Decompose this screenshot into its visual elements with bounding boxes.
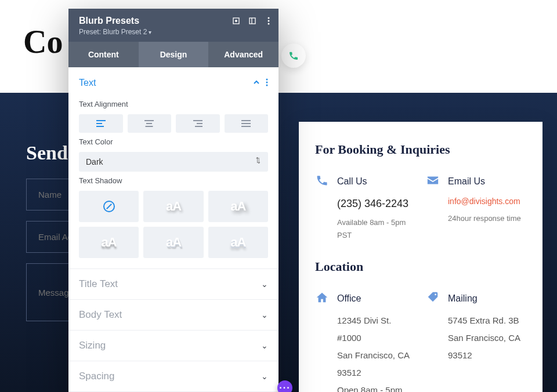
chevron-down-icon: ⌄ [261,372,268,381]
mailing-block: Mailing 5745 Extra Rd. 3B San Francisco,… [426,291,525,392]
phone-icon [315,173,329,187]
email-block: Email Us info@divisights.com 24hour resp… [426,173,525,242]
svg-rect-20 [241,123,251,124]
svg-point-8 [266,81,268,83]
svg-rect-11 [96,123,102,124]
svg-rect-19 [241,120,251,121]
shadow-preset-3[interactable]: aA [79,227,139,258]
align-center-button[interactable] [128,114,172,133]
more-options-bubble[interactable]: ··· [277,380,292,392]
svg-point-7 [266,78,268,80]
expand-icon[interactable] [232,17,240,25]
preset-selector[interactable]: Preset: Blurb Preset 2 [79,28,268,36]
svg-point-6 [268,23,270,25]
svg-rect-15 [146,126,153,127]
office-line1: 12345 Divi St. #1000 [337,312,414,347]
alignment-label: Text Alignment [79,100,268,108]
title-text-label: Title Text [79,278,118,290]
spacing-label: Spacing [79,371,114,382]
shadow-preset-4[interactable]: aA [143,227,203,258]
shadow-preset-5[interactable]: aA [208,227,268,258]
call-block: Call Us (235) 346-2243 Available 8am - 5… [315,173,414,242]
svg-rect-10 [96,120,106,121]
shadow-none-button[interactable] [79,191,139,222]
svg-rect-17 [197,123,202,124]
svg-rect-12 [96,126,104,127]
title-text-section[interactable]: Title Text ⌄ [68,269,278,300]
contact-info-card: For Booking & Inquiries Call Us (235) 34… [299,122,542,392]
svg-rect-2 [249,18,255,24]
svg-rect-13 [144,120,154,121]
home-icon [315,291,329,304]
location-heading: Location [315,259,525,274]
shadow-preset-1[interactable]: aA [143,191,203,222]
phone-floating-button[interactable] [281,43,306,68]
envelope-icon [426,173,440,187]
call-title: Call Us [337,173,414,189]
align-right-button[interactable] [176,114,220,133]
page-title: Co [23,23,63,60]
modal-tabs: Content Design Advanced [68,42,278,67]
chevron-down-icon: ⌄ [261,280,268,289]
body-text-section[interactable]: Body Text ⌄ [68,300,278,331]
svg-point-9 [266,84,268,86]
sizing-section[interactable]: Sizing ⌄ [68,331,278,361]
none-icon [103,201,115,212]
svg-rect-14 [146,123,152,124]
svg-point-1 [236,20,237,22]
svg-rect-16 [193,120,202,121]
sizing-label: Sizing [79,340,106,351]
chevron-up-icon[interactable] [253,78,260,88]
shadow-preset-2[interactable]: aA [208,191,268,222]
office-line3: Open 8am - 5pm PST [337,382,414,392]
body-text-label: Body Text [79,309,122,321]
svg-rect-21 [241,126,251,127]
office-block: Office 12345 Divi St. #1000 San Francisc… [315,291,414,392]
email-note: 24hour response time [448,212,521,225]
chevron-down-icon: ⌄ [261,310,268,320]
align-justify-button[interactable] [225,114,269,133]
booking-heading: For Booking & Inquiries [315,142,525,157]
text-section: Text Text Alignment Text Color Dark Text [68,67,278,269]
call-phone: (235) 346-2243 [337,195,414,213]
shadow-label: Text Shadow [79,176,268,185]
tag-icon [426,291,440,304]
blurb-presets-modal: Blurb Presets Preset: Blurb Preset 2 Con… [68,9,278,392]
modal-body: Text Text Alignment Text Color Dark Text [68,67,278,392]
text-section-title[interactable]: Text [79,78,96,88]
svg-point-5 [268,20,270,22]
text-color-select[interactable]: Dark [79,152,268,172]
spacing-section[interactable]: Spacing ⌄ [68,361,278,392]
mailing-line1: 5745 Extra Rd. 3B [448,312,525,329]
dock-icon[interactable] [248,17,256,25]
align-left-button[interactable] [79,114,123,133]
tab-advanced[interactable]: Advanced [208,42,278,67]
office-title: Office [337,291,414,306]
email-address[interactable]: info@divisights.com [448,195,521,209]
kebab-icon[interactable] [265,17,273,25]
section-kebab-icon[interactable] [266,78,268,88]
tab-design[interactable]: Design [139,42,209,67]
tab-content[interactable]: Content [68,42,139,67]
email-title: Email Us [448,173,521,189]
mailing-title: Mailing [448,291,525,306]
svg-point-4 [268,17,270,19]
svg-rect-18 [195,126,202,127]
modal-header[interactable]: Blurb Presets Preset: Blurb Preset 2 [68,9,278,42]
color-label: Text Color [79,137,268,146]
call-note: Available 8am - 5pm PST [337,216,414,242]
mailing-line2: San Francisco, CA 93512 [448,329,525,364]
chevron-down-icon: ⌄ [261,341,268,350]
office-line2: San Francisco, CA 93512 [337,347,414,382]
